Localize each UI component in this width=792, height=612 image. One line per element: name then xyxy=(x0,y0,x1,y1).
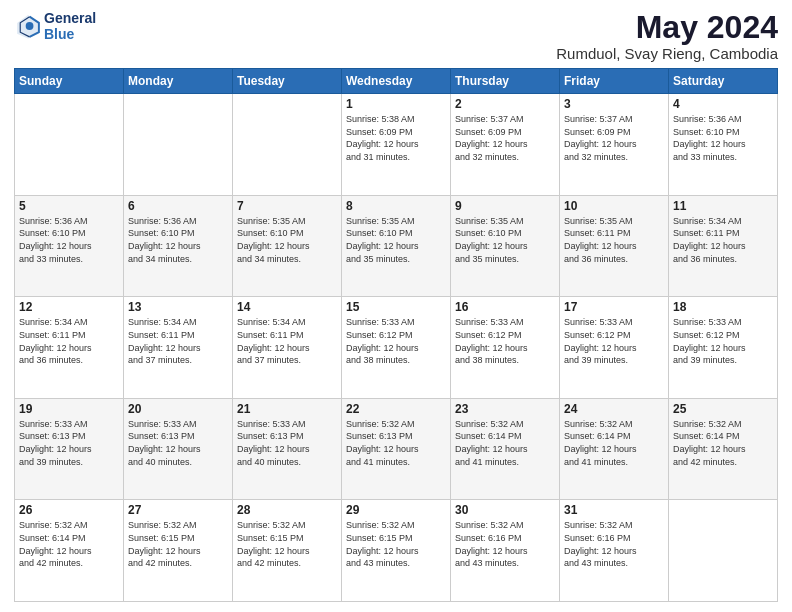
day-info-line: and 39 minutes. xyxy=(564,354,664,367)
day-info-line: Sunset: 6:10 PM xyxy=(19,227,119,240)
logo-icon xyxy=(14,12,42,40)
day-info-line: and 36 minutes. xyxy=(673,253,773,266)
day-info-line: Daylight: 12 hours xyxy=(455,138,555,151)
day-info-line: Sunrise: 5:35 AM xyxy=(237,215,337,228)
day-number: 18 xyxy=(673,300,773,314)
table-row: 30Sunrise: 5:32 AMSunset: 6:16 PMDayligh… xyxy=(451,500,560,602)
day-number: 21 xyxy=(237,402,337,416)
day-info-line: Sunrise: 5:35 AM xyxy=(455,215,555,228)
day-info-line: Sunrise: 5:34 AM xyxy=(128,316,228,329)
calendar-week-row: 19Sunrise: 5:33 AMSunset: 6:13 PMDayligh… xyxy=(15,398,778,500)
table-row: 23Sunrise: 5:32 AMSunset: 6:14 PMDayligh… xyxy=(451,398,560,500)
day-info-line: Sunrise: 5:32 AM xyxy=(455,418,555,431)
day-info-line: and 43 minutes. xyxy=(346,557,446,570)
day-info-line: Daylight: 12 hours xyxy=(455,443,555,456)
day-info-line: and 42 minutes. xyxy=(128,557,228,570)
day-info-line: Daylight: 12 hours xyxy=(237,545,337,558)
day-info-line: and 41 minutes. xyxy=(564,456,664,469)
calendar-table: Sunday Monday Tuesday Wednesday Thursday… xyxy=(14,68,778,602)
day-info-line: Daylight: 12 hours xyxy=(19,240,119,253)
table-row: 20Sunrise: 5:33 AMSunset: 6:13 PMDayligh… xyxy=(124,398,233,500)
table-row: 7Sunrise: 5:35 AMSunset: 6:10 PMDaylight… xyxy=(233,195,342,297)
day-info-line: and 40 minutes. xyxy=(237,456,337,469)
day-info-line: Sunset: 6:09 PM xyxy=(455,126,555,139)
day-info-line: and 34 minutes. xyxy=(237,253,337,266)
day-number: 22 xyxy=(346,402,446,416)
day-info-line: Sunset: 6:13 PM xyxy=(19,430,119,443)
day-info-line: Sunset: 6:14 PM xyxy=(19,532,119,545)
day-info-line: and 38 minutes. xyxy=(455,354,555,367)
table-row xyxy=(15,94,124,196)
day-info-line: Sunset: 6:10 PM xyxy=(673,126,773,139)
table-row: 1Sunrise: 5:38 AMSunset: 6:09 PMDaylight… xyxy=(342,94,451,196)
day-info-line: Sunrise: 5:33 AM xyxy=(673,316,773,329)
title-block: May 2024 Rumduol, Svay Rieng, Cambodia xyxy=(556,10,778,62)
day-info-line: Daylight: 12 hours xyxy=(346,545,446,558)
table-row: 22Sunrise: 5:32 AMSunset: 6:13 PMDayligh… xyxy=(342,398,451,500)
day-info-line: and 42 minutes. xyxy=(237,557,337,570)
day-info-line: Sunrise: 5:33 AM xyxy=(19,418,119,431)
day-info-line: Daylight: 12 hours xyxy=(564,443,664,456)
day-info-line: Daylight: 12 hours xyxy=(346,138,446,151)
main-title: May 2024 xyxy=(556,10,778,45)
col-saturday: Saturday xyxy=(669,69,778,94)
calendar-week-row: 1Sunrise: 5:38 AMSunset: 6:09 PMDaylight… xyxy=(15,94,778,196)
day-number: 14 xyxy=(237,300,337,314)
col-friday: Friday xyxy=(560,69,669,94)
day-info-line: Daylight: 12 hours xyxy=(237,443,337,456)
table-row: 29Sunrise: 5:32 AMSunset: 6:15 PMDayligh… xyxy=(342,500,451,602)
day-info-line: Daylight: 12 hours xyxy=(346,342,446,355)
day-info-line: Daylight: 12 hours xyxy=(128,545,228,558)
day-info-line: Daylight: 12 hours xyxy=(128,342,228,355)
table-row: 4Sunrise: 5:36 AMSunset: 6:10 PMDaylight… xyxy=(669,94,778,196)
table-row: 12Sunrise: 5:34 AMSunset: 6:11 PMDayligh… xyxy=(15,297,124,399)
day-info-line: Sunrise: 5:32 AM xyxy=(564,519,664,532)
day-info-line: Sunset: 6:15 PM xyxy=(128,532,228,545)
day-info-line: Sunrise: 5:33 AM xyxy=(455,316,555,329)
day-number: 5 xyxy=(19,199,119,213)
table-row: 3Sunrise: 5:37 AMSunset: 6:09 PMDaylight… xyxy=(560,94,669,196)
day-info-line: Daylight: 12 hours xyxy=(564,138,664,151)
header: General Blue May 2024 Rumduol, Svay Rien… xyxy=(14,10,778,62)
day-info-line: Daylight: 12 hours xyxy=(19,342,119,355)
day-number: 2 xyxy=(455,97,555,111)
day-number: 19 xyxy=(19,402,119,416)
day-number: 9 xyxy=(455,199,555,213)
day-info-line: Sunset: 6:13 PM xyxy=(128,430,228,443)
day-info-line: Sunset: 6:16 PM xyxy=(564,532,664,545)
day-info-line: Daylight: 12 hours xyxy=(346,240,446,253)
day-info-line: Sunset: 6:12 PM xyxy=(673,329,773,342)
day-info-line: Daylight: 12 hours xyxy=(346,443,446,456)
calendar-week-row: 5Sunrise: 5:36 AMSunset: 6:10 PMDaylight… xyxy=(15,195,778,297)
day-info-line: and 42 minutes. xyxy=(673,456,773,469)
day-info-line: Daylight: 12 hours xyxy=(237,240,337,253)
day-info-line: Sunrise: 5:37 AM xyxy=(564,113,664,126)
day-info-line: and 43 minutes. xyxy=(455,557,555,570)
day-info-line: Sunset: 6:15 PM xyxy=(237,532,337,545)
table-row: 21Sunrise: 5:33 AMSunset: 6:13 PMDayligh… xyxy=(233,398,342,500)
day-info-line: and 43 minutes. xyxy=(564,557,664,570)
day-info-line: Sunset: 6:12 PM xyxy=(564,329,664,342)
day-info-line: Sunrise: 5:32 AM xyxy=(19,519,119,532)
day-info-line: Sunset: 6:14 PM xyxy=(673,430,773,443)
day-info-line: Sunrise: 5:34 AM xyxy=(237,316,337,329)
day-info-line: and 31 minutes. xyxy=(346,151,446,164)
day-info-line: and 33 minutes. xyxy=(673,151,773,164)
day-info-line: and 42 minutes. xyxy=(19,557,119,570)
day-info-line: Sunrise: 5:34 AM xyxy=(19,316,119,329)
day-info-line: Sunrise: 5:32 AM xyxy=(455,519,555,532)
day-info-line: Sunrise: 5:32 AM xyxy=(346,418,446,431)
day-info-line: Daylight: 12 hours xyxy=(673,138,773,151)
day-info-line: Sunset: 6:10 PM xyxy=(237,227,337,240)
day-number: 6 xyxy=(128,199,228,213)
day-info-line: Sunset: 6:11 PM xyxy=(237,329,337,342)
col-wednesday: Wednesday xyxy=(342,69,451,94)
day-number: 10 xyxy=(564,199,664,213)
day-number: 28 xyxy=(237,503,337,517)
day-number: 26 xyxy=(19,503,119,517)
day-info-line: Daylight: 12 hours xyxy=(564,545,664,558)
day-info-line: Sunset: 6:09 PM xyxy=(564,126,664,139)
day-number: 16 xyxy=(455,300,555,314)
day-info-line: Sunrise: 5:35 AM xyxy=(564,215,664,228)
logo-text: General Blue xyxy=(44,10,96,42)
